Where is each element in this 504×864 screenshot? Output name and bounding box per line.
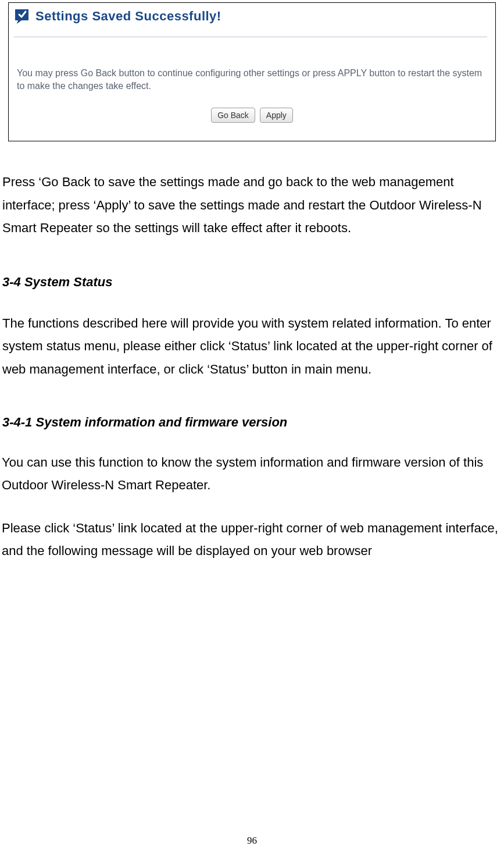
- paragraph-status-link: Please click ‘Status’ link located at th…: [2, 517, 499, 563]
- button-row: Go Back Apply: [9, 108, 495, 123]
- banner-row: Settings Saved Successfully!: [9, 3, 495, 25]
- divider: [14, 37, 487, 37]
- paragraph-firmware-intro: You can use this function to know the sy…: [2, 451, 504, 497]
- heading-3-4-1: 3-4-1 System information and firmware ve…: [2, 415, 494, 430]
- settings-saved-dialog: Settings Saved Successfully! You may pre…: [8, 2, 496, 141]
- heading-3-4: 3-4 System Status: [2, 275, 494, 290]
- go-back-button[interactable]: Go Back: [211, 108, 255, 123]
- dialog-description: You may press Go Back button to continue…: [17, 67, 487, 92]
- checkmark-icon: [13, 8, 31, 25]
- page-number: 96: [0, 835, 504, 847]
- paragraph-system-status: The functions described here will provid…: [2, 312, 499, 381]
- apply-button[interactable]: Apply: [260, 108, 293, 123]
- dialog-title: Settings Saved Successfully!: [35, 9, 221, 24]
- paragraph-go-back-apply: Press ‘Go Back to save the settings made…: [2, 170, 494, 240]
